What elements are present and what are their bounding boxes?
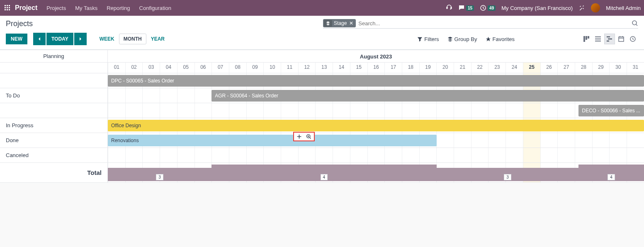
apps-icon[interactable] [3,4,12,12]
groupby-button[interactable]: Group By [447,36,477,42]
scale-week[interactable]: WEEK [95,34,119,44]
support-icon[interactable] [446,5,452,11]
page-title: Projects [6,19,33,28]
day-col-05: 05 [177,63,194,73]
day-col-08: 08 [229,63,246,73]
activities-badge: 49 [488,5,496,11]
day-col-29: 29 [592,63,610,73]
menu-reporting[interactable]: Reporting [107,5,130,11]
task-bar-reno[interactable]: Renovations [108,135,437,146]
total-seg-3: 3 [437,168,579,181]
new-button[interactable]: NEW [6,34,27,44]
task-bar-agr[interactable]: AGR - S00064 - Sales Order [211,90,644,102]
search-icon[interactable] [632,20,638,27]
day-col-16: 16 [367,63,385,73]
day-col-14: 14 [333,63,350,73]
day-col-28: 28 [575,63,592,73]
svg-rect-21 [607,41,609,41]
favorites-button[interactable]: Favorites [486,36,515,42]
total-seg-2: 4 [211,165,436,181]
total-seg-1: 3 [108,168,211,181]
view-gantt[interactable] [604,34,615,44]
messages-badge: 15 [466,5,474,11]
day-col-13: 13 [315,63,333,73]
cell-popup [293,132,315,141]
filters-button[interactable]: Filters [417,36,439,42]
svg-rect-20 [608,39,612,39]
svg-rect-8 [9,9,10,10]
day-col-25: 25 [523,63,540,73]
svg-rect-3 [5,7,6,8]
day-col-11: 11 [281,63,298,73]
next-button[interactable] [74,33,87,45]
cell-zoom-button[interactable] [306,134,311,139]
stage-canceled[interactable]: Canceled [0,148,108,162]
activities-button[interactable]: 49 [480,5,496,11]
day-col-21: 21 [454,63,471,73]
view-calendar[interactable] [616,34,627,44]
svg-rect-14 [586,36,587,40]
day-col-12: 12 [298,63,316,73]
scale-year[interactable]: YEAR [146,34,169,44]
svg-rect-9 [447,7,447,9]
day-col-09: 09 [246,63,264,73]
day-col-04: 04 [160,63,177,73]
svg-rect-15 [588,36,589,39]
total-label: Total [0,163,108,182]
svg-rect-1 [7,5,8,6]
chat-icon [458,5,465,11]
cell-add-button[interactable] [296,134,302,139]
day-col-01: 01 [108,63,125,73]
day-col-10: 10 [263,63,281,73]
clock-icon [480,5,486,11]
user-name[interactable]: Mitchell Admin [606,5,641,11]
menu-projects[interactable]: Projects [46,5,66,11]
day-col-02: 02 [125,63,143,73]
layers-icon [324,20,332,27]
tools-icon[interactable] [578,5,585,11]
svg-rect-7 [7,9,8,10]
task-bar-dpc[interactable]: DPC - S00065 - Sales Order [108,75,644,87]
day-col-07: 07 [211,63,229,73]
day-col-22: 22 [471,63,488,73]
svg-rect-0 [5,5,6,6]
day-col-26: 26 [540,63,558,73]
svg-rect-17 [595,39,601,39]
facet-remove[interactable]: ✕ [348,20,354,26]
stage-todo[interactable]: To Do [0,88,108,103]
svg-point-12 [632,21,637,25]
day-col-15: 15 [350,63,367,73]
control-panel: Projects Stage ✕ NEW TODAY WEEK MONTH YE… [0,16,644,50]
day-col-27: 27 [557,63,575,73]
task-bar-deco[interactable]: DECO - S00066 - Sales ... [578,105,644,116]
view-list[interactable] [593,34,603,44]
view-kanban[interactable] [581,34,592,44]
messages-button[interactable]: 15 [458,5,474,11]
stage-inprogress[interactable]: In Progress [0,118,108,133]
search-input[interactable] [356,19,629,27]
today-button[interactable]: TODAY [46,33,73,45]
facet-label: Stage [334,20,347,26]
svg-rect-4 [7,7,8,8]
task-bar-office[interactable]: Office Design [108,120,644,131]
avatar[interactable] [591,3,600,12]
svg-rect-22 [619,37,624,41]
topbar: Project Projects My Tasks Reporting Conf… [0,0,644,16]
day-col-03: 03 [142,63,160,73]
stage-done[interactable]: Done [0,133,108,148]
view-activity[interactable] [627,34,638,44]
menu-my-tasks[interactable]: My Tasks [75,5,97,11]
day-col-30: 30 [609,63,627,73]
gantt-side-header: Planning [0,50,108,62]
app-brand[interactable]: Project [15,4,37,12]
company-selector[interactable]: My Company (San Francisco) [501,5,573,11]
menu-configuration[interactable]: Configuration [139,5,171,11]
top-menu: Projects My Tasks Reporting Configuratio… [46,5,171,11]
prev-button[interactable] [33,33,46,45]
svg-rect-18 [595,41,601,41]
svg-rect-19 [607,36,610,37]
day-col-18: 18 [402,63,419,73]
day-col-31: 31 [627,63,644,73]
search-bar: Stage ✕ [323,19,638,29]
scale-month[interactable]: MONTH [119,34,146,44]
